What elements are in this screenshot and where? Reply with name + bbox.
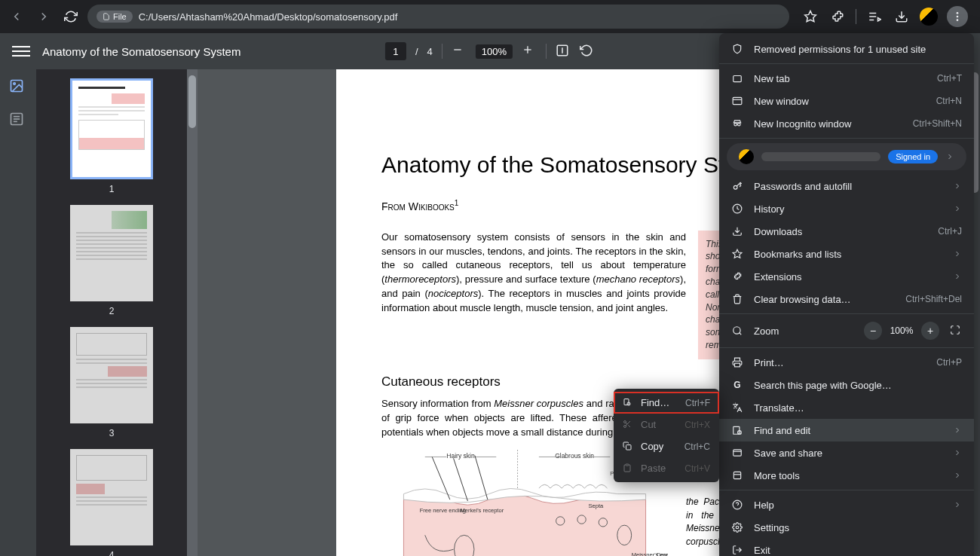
window-icon <box>731 95 743 107</box>
menu-new-tab[interactable]: New tabCtrl+T <box>719 67 974 90</box>
forward-button[interactable] <box>33 6 54 27</box>
menu-bookmarks[interactable]: Bookmarks and lists <box>719 243 974 265</box>
svg-line-69 <box>628 425 630 427</box>
kebab-menu-button[interactable] <box>947 6 968 27</box>
svg-line-65 <box>630 405 631 405</box>
zoom-level: 100% <box>476 44 513 59</box>
signed-in-badge: Signed in <box>888 150 938 163</box>
menu-print[interactable]: Print…Ctrl+P <box>719 351 974 374</box>
menu-exit[interactable]: Exit <box>719 539 974 556</box>
menu-permissions[interactable]: Removed permissions for 1 unused site <box>719 38 974 60</box>
menu-new-window[interactable]: New windowCtrl+N <box>719 90 974 112</box>
menu-avatar-icon <box>739 149 754 164</box>
page-number-input[interactable] <box>385 42 406 60</box>
menu-more-tools[interactable]: More tools <box>719 464 974 487</box>
menu-google-search[interactable]: GSearch this page with Google… <box>719 374 974 396</box>
paste-icon <box>623 463 633 474</box>
menu-downloads[interactable]: DownloadsCtrl+J <box>719 220 974 243</box>
svg-text:Free nerve ending: Free nerve ending <box>420 507 466 514</box>
menu-zoom-in[interactable]: + <box>921 322 939 340</box>
back-button[interactable] <box>6 6 27 27</box>
svg-line-70 <box>626 423 627 424</box>
download-icon <box>731 225 743 237</box>
paragraph-1: Our somatosensory system consists of sen… <box>381 231 686 359</box>
tab-icon <box>731 72 743 84</box>
menu-history[interactable]: History <box>719 197 974 220</box>
fit-page-button[interactable] <box>556 44 571 59</box>
thumb-scrollbar[interactable] <box>187 69 198 556</box>
playlist-icon[interactable] <box>865 8 884 26</box>
menu-help[interactable]: Help <box>719 493 974 516</box>
reload-button[interactable] <box>60 6 81 27</box>
gear-icon <box>731 521 743 533</box>
star-icon <box>731 248 743 260</box>
sidebar-toggle[interactable] <box>12 42 30 60</box>
extensions-icon[interactable] <box>828 8 847 26</box>
google-icon: G <box>731 379 743 391</box>
magnifier-icon <box>731 325 743 337</box>
menu-passwords[interactable]: Passwords and autofill <box>719 175 974 197</box>
menu-extensions[interactable]: Extensions <box>719 265 974 288</box>
zoom-out-button[interactable] <box>452 44 467 59</box>
svg-text:Dermis: Dermis <box>657 551 668 556</box>
incognito-icon <box>731 118 743 130</box>
svg-line-29 <box>475 456 488 500</box>
history-icon <box>731 203 743 215</box>
submenu-copy[interactable]: CopyCtrl+C <box>614 435 719 457</box>
svg-point-45 <box>734 123 737 126</box>
download-icon[interactable] <box>893 8 911 26</box>
thumb-label-3: 3 <box>109 428 115 438</box>
translate-icon <box>731 402 743 414</box>
tools-icon <box>731 469 743 481</box>
svg-rect-52 <box>735 363 740 367</box>
svg-point-5 <box>957 12 959 14</box>
outline-tab-icon[interactable] <box>9 112 27 130</box>
submenu-find[interactable]: Find…Ctrl+F <box>614 392 719 414</box>
svg-text:Merkel's receptor: Merkel's receptor <box>461 507 504 514</box>
thumb-label-4: 4 <box>109 550 115 556</box>
document-title: Anatomy of the Somatosensory System <box>42 45 240 58</box>
thumbnail-3[interactable] <box>70 327 153 423</box>
star-icon[interactable] <box>801 8 819 26</box>
profile-avatar[interactable] <box>920 8 938 26</box>
key-icon <box>731 180 743 192</box>
find-icon <box>731 424 743 436</box>
menu-find-edit[interactable]: Find and edit <box>719 419 974 441</box>
thumbnail-4[interactable] <box>70 449 153 545</box>
fullscreen-icon[interactable] <box>950 325 962 337</box>
thumbnail-2[interactable] <box>70 205 153 301</box>
address-bar[interactable]: File C:/Users/Ahtasham%20Ahmad/Desktop/s… <box>87 5 789 29</box>
browser-toolbar: File C:/Users/Ahtasham%20Ahmad/Desktop/s… <box>0 0 980 33</box>
page-separator: / <box>415 46 418 57</box>
menu-incognito[interactable]: New Incognito windowCtrl+Shift+N <box>719 112 974 135</box>
menu-zoom-out[interactable]: − <box>864 322 882 340</box>
svg-marker-4 <box>878 18 881 22</box>
svg-point-46 <box>738 123 741 126</box>
thumbnail-1[interactable] <box>70 78 153 179</box>
menu-settings[interactable]: Settings <box>719 516 974 539</box>
menu-save-share[interactable]: Save and share <box>719 441 974 464</box>
rotate-button[interactable] <box>580 44 595 59</box>
thumbnails-tab-icon[interactable] <box>9 78 27 96</box>
zoom-in-button[interactable] <box>522 44 537 59</box>
svg-line-55 <box>741 434 742 435</box>
chrome-overflow-menu: Removed permissions for 1 unused site Ne… <box>719 33 974 556</box>
thumbnail-panel: 1 2 3 4 <box>36 69 187 556</box>
menu-clear-data[interactable]: Clear browsing data…Ctrl+Shift+Del <box>719 288 974 310</box>
menu-profile[interactable]: Signed in <box>727 143 966 170</box>
url-text: C:/Users/Ahtasham%20Ahmad/Desktop/somato… <box>139 11 398 23</box>
menu-zoom: Zoom − 100% + <box>719 317 974 344</box>
svg-point-7 <box>957 19 959 21</box>
scissors-icon <box>623 420 633 430</box>
svg-rect-58 <box>733 472 740 478</box>
submenu-paste: PasteCtrl+V <box>614 457 719 479</box>
puzzle-icon <box>731 270 743 283</box>
file-chip-label: File <box>113 12 127 21</box>
svg-text:Hairy skin: Hairy skin <box>446 453 475 460</box>
svg-point-47 <box>733 185 737 189</box>
find-page-icon <box>623 398 633 408</box>
thumb-label-2: 2 <box>109 306 115 316</box>
svg-marker-0 <box>805 11 816 22</box>
menu-translate[interactable]: Translate… <box>719 396 974 419</box>
svg-point-66 <box>624 420 626 423</box>
